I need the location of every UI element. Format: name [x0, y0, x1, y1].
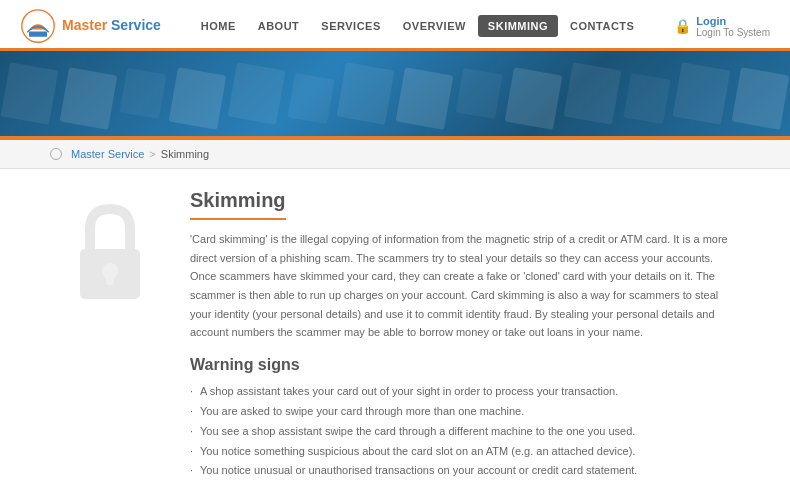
article-title: Skimming [190, 189, 286, 220]
nav-services[interactable]: SERVICES [311, 15, 390, 37]
hero-banner [0, 51, 790, 136]
warning-title: Warning signs [190, 356, 740, 374]
nav: HOME ABOUT SERVICES OVERVIEW SKIMMING CO… [191, 15, 645, 37]
home-icon [50, 148, 62, 160]
nav-overview[interactable]: OVERVIEW [393, 15, 476, 37]
warning-item-4: You notice something suspicious about th… [190, 442, 740, 462]
warning-item-5: You notice unusual or unauthorised trans… [190, 461, 740, 481]
nav-home[interactable]: HOME [191, 15, 246, 37]
login-button[interactable]: 🔒 Login Login To System [674, 15, 770, 38]
logo-icon [20, 8, 56, 44]
breadcrumb-current: Skimming [161, 148, 209, 160]
article-body: 'Card skimming' is the illegal copying o… [190, 230, 740, 342]
nav-skimming[interactable]: SKIMMING [478, 15, 558, 37]
svg-rect-1 [29, 31, 47, 36]
breadcrumb-home-link[interactable]: Master Service [71, 148, 144, 160]
article: Skimming 'Card skimming' is the illegal … [190, 189, 740, 481]
warning-item-1: A shop assistant takes your card out of … [190, 382, 740, 402]
login-label: Login [696, 15, 770, 27]
logo: Master Service [20, 8, 161, 44]
warning-list: A shop assistant takes your card out of … [190, 382, 740, 481]
main-content: Skimming 'Card skimming' is the illegal … [0, 169, 790, 500]
lock-illustration [50, 189, 170, 481]
hero-decoration [0, 51, 790, 136]
login-sub-label: Login To System [696, 27, 770, 38]
logo-text: Master Service [62, 18, 161, 33]
breadcrumb: Master Service > Skimming [0, 140, 790, 169]
warning-item-2: You are asked to swipe your card through… [190, 402, 740, 422]
nav-contacts[interactable]: CONTACTS [560, 15, 644, 37]
nav-about[interactable]: ABOUT [248, 15, 310, 37]
warning-item-3: You see a shop assistant swipe the card … [190, 422, 740, 442]
svg-rect-4 [106, 271, 114, 285]
breadcrumb-separator: > [149, 148, 155, 160]
header: Master Service HOME ABOUT SERVICES OVERV… [0, 0, 790, 51]
lock-icon: 🔒 [674, 18, 691, 34]
lock-svg [65, 199, 155, 309]
